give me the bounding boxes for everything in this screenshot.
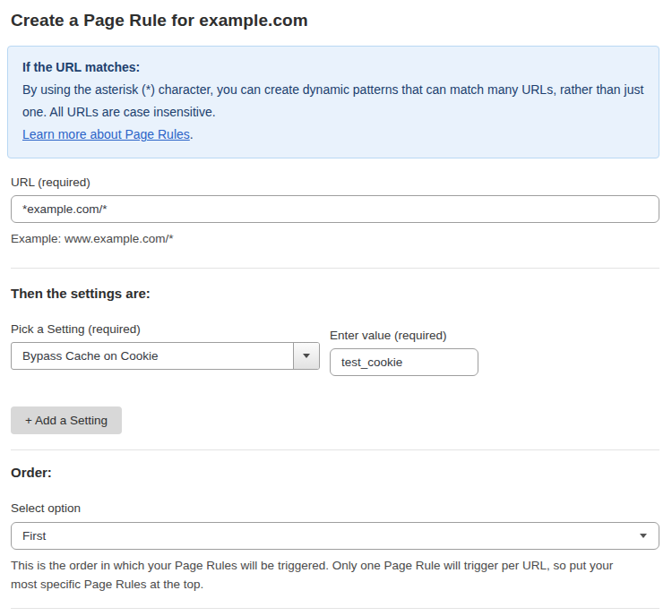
settings-heading: Then the settings are: (11, 286, 659, 301)
url-helper-text: Example: www.example.com/* (11, 229, 659, 248)
order-helper-text: This is the order in which your Page Rul… (11, 556, 638, 594)
url-section: URL (required) Example: www.example.com/… (11, 175, 659, 269)
info-box-heading: If the URL matches: (22, 56, 644, 79)
section-divider (11, 268, 659, 269)
learn-more-link[interactable]: Learn more about Page Rules (22, 127, 190, 141)
order-heading: Order: (11, 465, 659, 480)
section-divider (11, 608, 659, 609)
chevron-down-icon (303, 354, 310, 358)
settings-row: Pick a Setting (required) Bypass Cache o… (11, 322, 659, 376)
link-suffix: . (190, 127, 194, 141)
order-select-label: Select option (11, 501, 659, 515)
setting-select-value: Bypass Cache on Cookie (12, 343, 293, 369)
chevron-down-icon (640, 534, 647, 538)
setting-select-arrow-button[interactable] (293, 343, 319, 369)
add-setting-button[interactable]: + Add a Setting (11, 406, 122, 434)
setting-value-column: Enter value (required) (330, 329, 478, 376)
url-match-info-box: If the URL matches: By using the asteris… (7, 46, 659, 158)
page-title: Create a Page Rule for example.com (11, 11, 659, 30)
setting-picker-column: Pick a Setting (required) Bypass Cache o… (11, 322, 330, 370)
create-page-rule-panel: Create a Page Rule for example.com If th… (0, 0, 672, 616)
setting-picker-label: Pick a Setting (required) (11, 322, 330, 336)
info-box-link-line: Learn more about Page Rules. (22, 124, 644, 146)
url-input[interactable] (11, 195, 659, 223)
setting-value-label: Enter value (required) (330, 329, 478, 342)
settings-section: Then the settings are: Pick a Setting (r… (11, 286, 659, 450)
section-divider (11, 449, 659, 450)
order-select[interactable]: First (11, 522, 659, 550)
setting-value-input[interactable] (330, 348, 478, 376)
url-label: URL (required) (11, 175, 659, 189)
order-section: Order: Select option First This is the o… (11, 465, 659, 609)
setting-select[interactable]: Bypass Cache on Cookie (11, 342, 320, 370)
order-select-value: First (22, 529, 46, 543)
info-box-body: By using the asterisk (*) character, you… (22, 79, 644, 124)
